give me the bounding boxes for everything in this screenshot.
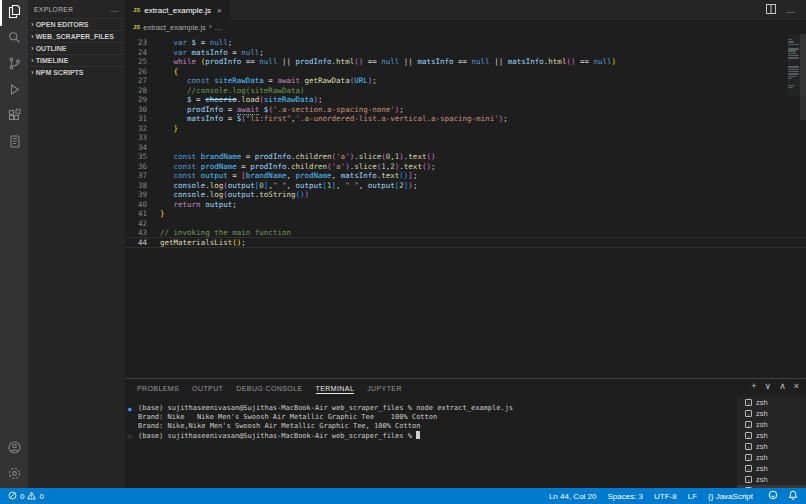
- code-line[interactable]: 39 console.log(output.toString()): [125, 190, 806, 200]
- code-line[interactable]: 26 {: [125, 67, 806, 77]
- code-line[interactable]: 36 const prodName = prodInfo.children('a…: [125, 162, 806, 172]
- bell-icon[interactable]: [788, 490, 798, 502]
- activity-search[interactable]: [0, 26, 28, 52]
- bottom-panel: PROBLEMSOUTPUTDEBUG CONSOLETERMINALJUPYT…: [125, 378, 806, 488]
- activity-accounts[interactable]: [0, 436, 28, 462]
- code-editor[interactable]: 23 var $ = null;24 var matsInfo = null;2…: [125, 34, 806, 378]
- activity-settings[interactable]: [0, 462, 28, 488]
- terminal-output[interactable]: ●(base) sujithaseenivasan@Sujithas-MacBo…: [125, 397, 737, 488]
- code-line[interactable]: 25 while (prodInfo == null || prodInfo.h…: [125, 57, 806, 67]
- error-icon: [8, 491, 17, 502]
- code-line[interactable]: 32 }: [125, 124, 806, 134]
- more-actions-icon[interactable]: …: [786, 5, 796, 15]
- panel-tab-output[interactable]: OUTPUT: [192, 383, 223, 393]
- terminal-list-item[interactable]: ›zsh: [737, 474, 806, 485]
- code-line[interactable]: 42: [125, 219, 806, 229]
- terminal-command-decoration[interactable]: ○: [128, 431, 132, 440]
- panel-tab-jupyter[interactable]: JUPYTER: [367, 383, 402, 393]
- line-number: 30: [125, 105, 147, 115]
- line-number: 35: [125, 152, 147, 162]
- sidebar-title: EXPLORER: [34, 6, 73, 13]
- code-line[interactable]: 44getMaterialsList();: [125, 238, 806, 248]
- code-line[interactable]: 37 const output = [brandName, prodName, …: [125, 171, 806, 181]
- code-line[interactable]: 23 var $ = null;: [125, 38, 806, 48]
- encoding[interactable]: UTF-8: [654, 492, 677, 501]
- settings-gear-icon: [7, 466, 22, 485]
- indentation[interactable]: Spaces: 3: [607, 492, 643, 501]
- code-text: getMaterialsList();: [160, 238, 246, 248]
- more-actions-icon[interactable]: …: [111, 5, 120, 14]
- code-line[interactable]: 30 prodInfo = await $('.a-section.a-spac…: [125, 105, 806, 115]
- code-line[interactable]: 24 var matsInfo = null;: [125, 48, 806, 58]
- close-panel-icon[interactable]: ×: [794, 381, 799, 391]
- terminal-dropdown-icon[interactable]: ∨: [765, 381, 772, 391]
- language-mode[interactable]: {} JavaScript: [708, 492, 753, 501]
- editor-scrollbar[interactable]: [800, 34, 806, 120]
- minimap[interactable]: [788, 34, 800, 378]
- terminal-list-item[interactable]: ›zsh: [737, 463, 806, 474]
- breadcrumb-symbol[interactable]: …: [215, 23, 223, 32]
- activity-bar: [0, 0, 28, 488]
- close-icon[interactable]: ×: [217, 6, 222, 15]
- terminal-list-item[interactable]: ›zsh: [737, 419, 806, 430]
- code-line[interactable]: 33: [125, 133, 806, 143]
- code-line[interactable]: 28 //console.log(siteRawData): [125, 86, 806, 96]
- terminal-list-item[interactable]: ›zsh: [737, 408, 806, 419]
- code-line[interactable]: 43// invoking the main function: [125, 228, 806, 238]
- sidebar-section-timeline[interactable]: ›TIMELINE: [28, 54, 125, 66]
- sidebar-section-npm-scripts[interactable]: ›NPM SCRIPTS: [28, 66, 125, 78]
- eol[interactable]: LF: [688, 492, 697, 501]
- tab-label: extract_example.js: [144, 6, 211, 15]
- split-editor-icon[interactable]: [765, 1, 777, 19]
- terminal-icon: ›: [745, 454, 752, 461]
- activity-run-debug[interactable]: [0, 78, 28, 104]
- code-line[interactable]: 35 const brandName = prodInfo.children('…: [125, 152, 806, 162]
- code-line[interactable]: 27 const siteRawData = await getRawData(…: [125, 76, 806, 86]
- terminal-list-item[interactable]: ›zsh: [737, 452, 806, 463]
- code-line[interactable]: 31 matsInfo = $("li:first",'.a-unordered…: [125, 114, 806, 124]
- activity-notebook[interactable]: [0, 130, 28, 156]
- new-terminal-icon[interactable]: +: [751, 381, 756, 391]
- terminal-list-item[interactable]: ›zsh: [737, 397, 806, 408]
- line-number: 38: [125, 181, 147, 191]
- activity-explorer[interactable]: [0, 0, 28, 26]
- line-number: 26: [125, 67, 147, 77]
- breadcrumb[interactable]: JS extract_example.js › …: [125, 20, 806, 34]
- code-line[interactable]: 40 return output;: [125, 200, 806, 210]
- code-text: const brandName = prodInfo.children('a')…: [160, 152, 435, 162]
- panel-tab-debug-console[interactable]: DEBUG CONSOLE: [236, 383, 302, 393]
- terminal-line: Brand: Nike,Nike Men's Swoosh Air Metall…: [125, 422, 737, 431]
- line-number: 37: [125, 171, 147, 181]
- code-line[interactable]: 29 $ = cheerio.load(siteRawData);: [125, 95, 806, 105]
- sidebar-section-open-editors[interactable]: ›OPEN EDITORS: [28, 18, 125, 30]
- breadcrumb-file[interactable]: extract_example.js: [143, 23, 206, 32]
- feedback-icon[interactable]: [768, 490, 778, 502]
- activity-source-control[interactable]: [0, 52, 28, 78]
- panel-tab-terminal[interactable]: TERMINAL: [316, 383, 355, 394]
- code-line[interactable]: 41}: [125, 209, 806, 219]
- cursor-position[interactable]: Ln 44, Col 20: [549, 492, 597, 501]
- line-number: 43: [125, 228, 147, 238]
- terminal-cursor: [416, 431, 420, 439]
- chevron-right-icon: ›: [31, 44, 34, 52]
- javascript-file-icon: JS: [133, 7, 140, 13]
- terminal-list-item[interactable]: ›zsh: [737, 430, 806, 441]
- code-text: console.log(output.toString()): [160, 190, 309, 200]
- tab-extract-example[interactable]: JS extract_example.js ×: [125, 0, 230, 20]
- activity-extensions[interactable]: [0, 104, 28, 130]
- code-line[interactable]: 38 console.log(output[0]," ", output[1],…: [125, 181, 806, 191]
- maximize-panel-icon[interactable]: ∧: [779, 381, 786, 391]
- terminal-command-decoration[interactable]: ●: [128, 404, 132, 413]
- extensions-icon: [7, 108, 22, 127]
- panel-tab-problems[interactable]: PROBLEMS: [137, 383, 179, 393]
- code-text: const siteRawData = await getRawData(URL…: [160, 76, 377, 86]
- problems-status[interactable]: 0 0: [8, 491, 44, 502]
- status-bar: 0 0 Ln 44, Col 20Spaces: 3UTF-8LF{} Java…: [0, 488, 806, 504]
- sidebar-section-outline[interactable]: ›OUTLINE: [28, 42, 125, 54]
- sidebar-section-web-scraper-files[interactable]: ›WEB_SCRAPER_FILES: [28, 30, 125, 42]
- code-line[interactable]: 34: [125, 143, 806, 153]
- terminal-icon: ›: [745, 465, 752, 472]
- code-text: console.log(output[0]," ", output[1], " …: [160, 181, 417, 191]
- terminal-list-item[interactable]: ›zsh: [737, 441, 806, 452]
- notebook-icon: [7, 134, 22, 153]
